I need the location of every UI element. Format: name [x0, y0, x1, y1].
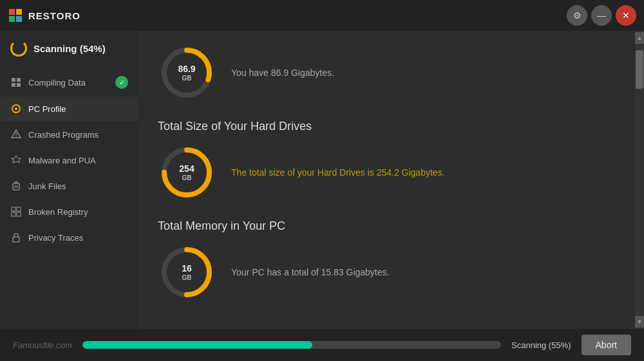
svg-rect-7 — [17, 83, 21, 87]
gauge-value: 254 — [179, 163, 194, 174]
section-title-memory: Total Memory in Your PC — [158, 219, 616, 233]
privacy-traces-label: Privacy Traces — [28, 233, 83, 243]
svg-rect-21 — [17, 207, 21, 211]
sidebar: Scanning (54%) Compiling Data✓PC Profile… — [0, 31, 138, 329]
section-row-memory: 16 GB Your PC has a total of 15.83 Gigab… — [158, 243, 616, 301]
pc-profile-icon — [10, 103, 22, 115]
sidebar-item-compiling-data[interactable]: Compiling Data✓ — [0, 69, 138, 95]
window-controls: ⚙ — ✕ — [567, 5, 636, 26]
crashed-programs-icon — [10, 129, 22, 140]
gauge-container: 254 GB — [158, 143, 216, 201]
section-description-memory: Your PC has a total of 15.83 Gigabytes. — [231, 266, 389, 279]
svg-rect-1 — [16, 9, 22, 15]
junk-files-icon — [10, 180, 22, 192]
broken-registry-label: Broken Registry — [28, 207, 88, 217]
svg-rect-0 — [9, 9, 15, 15]
gauge-unit: GB — [182, 273, 192, 281]
svg-rect-5 — [17, 78, 21, 82]
svg-rect-6 — [12, 83, 15, 87]
app-logo-icon — [8, 8, 23, 23]
spinner-icon — [10, 40, 27, 57]
crashed-programs-label: Crashed Programs — [28, 130, 99, 140]
section-description-free-space: You have 86.9 Gigabytes. — [231, 66, 334, 80]
scrollbar-thumb[interactable] — [636, 50, 643, 89]
sidebar-item-privacy-traces[interactable]: Privacy Traces — [0, 225, 138, 250]
section-title-hard-drives: Total Size of Your Hard Drives — [158, 120, 616, 133]
section-row-hard-drives: 254 GB The total size of your Hard Drive… — [158, 143, 616, 201]
section-row-free-space: 86.9 GB You have 86.9 Gigabytes. — [158, 44, 616, 102]
sidebar-item-pc-profile[interactable]: PC Profile — [0, 97, 138, 121]
settings-button[interactable]: ⚙ — [567, 5, 587, 26]
sidebar-item-crashed-programs[interactable]: Crashed Programs — [0, 122, 138, 147]
section-memory: Total Memory in Your PC 16 GB Your PC ha… — [158, 219, 616, 301]
gauge-value: 16 — [182, 263, 192, 274]
section-free-space: 86.9 GB You have 86.9 Gigabytes. — [158, 44, 616, 102]
scanning-header: Scanning (54%) — [0, 31, 138, 66]
svg-rect-2 — [9, 16, 15, 22]
scrollbar-track — [635, 44, 644, 316]
gauge-unit: GB — [179, 174, 194, 181]
compiling-data-check-badge: ✓ — [115, 76, 128, 89]
pc-profile-label: PC Profile — [28, 104, 66, 114]
close-button[interactable]: ✕ — [616, 5, 636, 26]
content-scroll[interactable]: 86.9 GB You have 86.9 Gigabytes.Total Si… — [138, 31, 635, 329]
broken-registry-icon — [10, 206, 22, 218]
app-branding: RESTORO — [8, 8, 80, 23]
gauge-unit: GB — [178, 74, 195, 82]
svg-rect-23 — [17, 212, 21, 216]
gauge-container: 16 GB — [158, 243, 216, 301]
svg-rect-20 — [12, 207, 15, 211]
gauge-label: 16 GB — [182, 263, 192, 282]
minimize-button[interactable]: — — [591, 5, 612, 26]
title-bar: RESTORO ⚙ — ✕ — [0, 0, 644, 31]
abort-button[interactable]: Abort — [582, 335, 631, 355]
sidebar-item-junk-files[interactable]: Junk Files — [0, 174, 138, 198]
svg-rect-3 — [16, 16, 22, 22]
sidebar-item-broken-registry[interactable]: Broken Registry — [0, 199, 138, 224]
sidebar-item-malware-pua[interactable]: Malware and PUA — [0, 148, 138, 172]
svg-rect-24 — [13, 237, 19, 242]
svg-rect-22 — [12, 212, 15, 216]
scroll-down-arrow[interactable]: ▼ — [635, 316, 644, 328]
svg-rect-4 — [12, 78, 15, 82]
junk-files-label: Junk Files — [28, 181, 66, 191]
section-description-hard-drives: The total size of your Hard Drives is 25… — [231, 166, 444, 180]
gauge-container: 86.9 GB — [158, 44, 216, 102]
app-title: RESTORO — [28, 10, 80, 21]
svg-point-9 — [15, 107, 17, 110]
progress-bar — [82, 341, 501, 349]
malware-pua-label: Malware and PUA — [28, 156, 96, 165]
sidebar-items: Compiling Data✓PC ProfileCrashed Program… — [0, 66, 138, 322]
scroll-up-arrow[interactable]: ▲ — [635, 32, 644, 44]
progress-label: Scanning (55%) — [511, 340, 571, 350]
compiling-data-label: Compiling Data — [28, 78, 86, 88]
compiling-data-icon — [10, 77, 22, 88]
svg-point-12 — [15, 136, 17, 137]
gauge-label: 254 GB — [179, 163, 194, 182]
section-hard-drives: Total Size of Your Hard Drives 254 GB Th… — [158, 120, 616, 201]
gauge-value: 86.9 — [178, 64, 195, 75]
gauge-label: 86.9 GB — [178, 64, 195, 82]
scanning-status: Scanning (54%) — [33, 43, 106, 54]
bottom-bar: Famousfile.com Scanning (55%) Abort — [0, 329, 644, 361]
malware-pua-icon — [10, 154, 22, 166]
main-layout: Scanning (54%) Compiling Data✓PC Profile… — [0, 31, 644, 329]
content-area: 86.9 GB You have 86.9 Gigabytes.Total Si… — [138, 31, 635, 329]
scrollbar: ▲ ▼ — [635, 31, 644, 329]
privacy-traces-icon — [10, 232, 22, 243]
watermark-text: Famousfile.com — [13, 340, 72, 350]
progress-bar-fill — [82, 341, 313, 349]
